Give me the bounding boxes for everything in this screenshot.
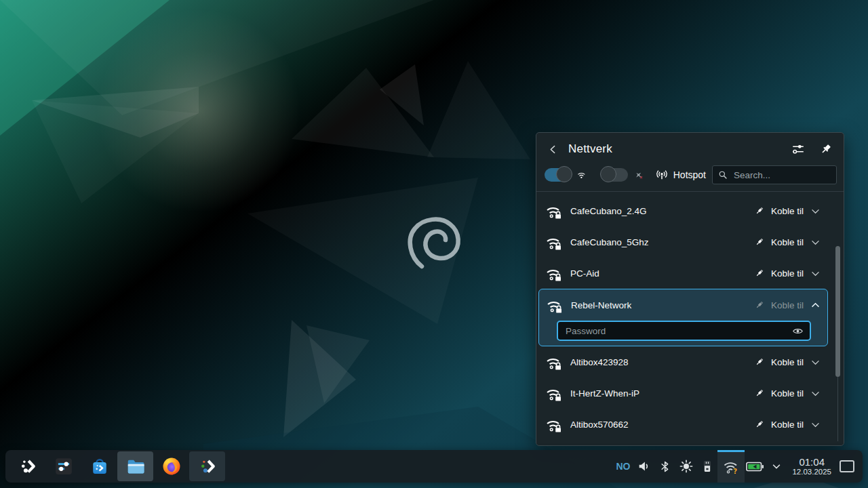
battery-charging-icon [746,461,764,472]
airplane-mode-toggle[interactable] [602,168,628,182]
chevron-down-icon[interactable] [810,237,821,248]
chevron-down-icon[interactable] [810,388,821,399]
network-name: PC-Aid [570,268,599,279]
back-button[interactable] [545,141,561,157]
taskbar-panel: NO [5,450,863,483]
quick-toggles-row: Hotspot [536,161,844,191]
tray-expander-button[interactable] [766,450,787,483]
file-manager-task-button[interactable] [117,451,153,481]
discover-app-button[interactable] [81,451,117,481]
settings-app-button[interactable] [45,451,81,481]
chevron-down-icon [770,460,783,472]
wifi-unavailable-icon: ? [722,458,740,474]
app-launcher-button[interactable] [9,451,45,481]
airplane-mode-off-icon [634,169,644,182]
connect-plug-icon [754,237,765,247]
scrollbar-thumb[interactable] [835,246,840,377]
network-name: Rebel-Network [571,300,631,310]
keyboard-layout-label: NO [616,461,630,472]
keyboard-layout-indicator[interactable]: NO [612,450,633,483]
connect-plug-icon [754,268,765,279]
wifi-locked-icon [545,416,564,433]
pin-icon [819,142,833,156]
network-row[interactable]: PC-Aid Koble til [536,258,844,289]
connect-plug-icon [754,300,765,310]
plasma-app-task-button[interactable] [189,451,225,481]
bluetooth-tray-button[interactable] [654,450,675,483]
firefox-task-button[interactable] [153,451,189,481]
network-row[interactable]: CafeCubano_2.4G Koble til [536,195,844,226]
connect-plug-icon [754,205,765,216]
system-tray: NO [612,450,859,483]
search-icon [718,170,728,180]
network-name: Altibox423928 [570,357,629,367]
digital-clock[interactable]: 01:04 12.03.2025 [792,456,831,476]
pin-button[interactable] [818,141,834,157]
wifi-locked-icon [545,297,564,314]
clock-time: 01:04 [792,456,831,468]
wifi-locked-icon [545,203,564,220]
password-field[interactable] [557,321,811,341]
wifi-locked-icon [545,354,564,371]
connect-button[interactable]: Koble til [771,388,804,399]
chevron-up-icon[interactable] [810,300,821,311]
network-list: CafeCubano_2.4G Koble til [536,192,844,445]
wifi-toggle[interactable] [545,168,570,182]
battery-tray-button[interactable] [745,450,766,483]
usb-device-icon [701,459,714,474]
network-name: CafeCubano_5Ghz [570,237,649,247]
kde-colored-launcher-icon [198,457,217,476]
brightness-sun-icon [679,459,694,474]
volume-tray-button[interactable] [633,450,654,483]
hotspot-icon [655,168,669,182]
popup-header: Nettverk [536,133,844,161]
kde-launcher-icon [18,457,37,476]
connect-button[interactable]: Koble til [771,237,804,247]
connect-plug-icon [754,357,765,367]
connect-button[interactable]: Koble til [771,268,804,279]
network-name: Altibox570662 [570,420,629,430]
clock-date: 12.03.2025 [792,468,831,476]
wifi-icon [576,168,587,182]
chevron-down-icon[interactable] [810,419,821,430]
network-row[interactable]: CafeCubano_5Ghz Koble til [536,226,844,258]
wifi-locked-icon [545,265,564,282]
password-input[interactable] [564,325,788,337]
network-status-badge: ? [734,468,738,474]
wifi-locked-icon [545,234,564,251]
hotspot-button[interactable]: Hotspot [655,168,706,182]
show-desktop-button[interactable] [840,460,854,472]
network-row[interactable]: Altibox570662 Koble til [536,409,844,440]
dolphin-folder-icon [125,456,146,476]
brightness-tray-button[interactable] [675,450,696,483]
show-password-eye-icon[interactable] [792,325,804,337]
applet-open-indicator [717,450,745,452]
connect-plug-icon [754,419,765,430]
device-notifier-tray-button[interactable] [696,450,717,483]
bluetooth-icon [658,460,671,473]
search-field[interactable] [712,165,837,184]
network-row[interactable]: Altibox423928 Koble til [536,346,844,378]
network-applet-popup: Nettverk [536,132,844,446]
connect-button[interactable]: Koble til [771,300,804,310]
selected-network-group: Rebel-Network Koble til [538,289,828,346]
discover-icon [90,456,110,476]
connect-button[interactable]: Koble til [771,206,804,216]
wifi-locked-icon [545,385,564,402]
network-row-partial[interactable] [536,440,844,445]
hotspot-label: Hotspot [673,169,706,180]
settings-sliders-icon [54,456,74,476]
firefox-icon [161,456,182,476]
network-name: CafeCubano_2.4G [570,206,647,216]
configure-button[interactable] [790,141,806,157]
search-input[interactable] [732,169,831,181]
network-row-selected[interactable]: Rebel-Network Koble til [539,289,827,321]
connect-button[interactable]: Koble til [771,357,804,367]
network-row[interactable]: It-HertZ-When-iP Koble til [536,378,844,409]
chevron-down-icon[interactable] [810,357,821,368]
chevron-down-icon[interactable] [810,205,821,217]
network-tray-button[interactable]: ? [717,450,745,483]
back-icon [547,144,559,155]
chevron-down-icon[interactable] [810,268,821,279]
connect-button[interactable]: Koble til [771,420,804,430]
